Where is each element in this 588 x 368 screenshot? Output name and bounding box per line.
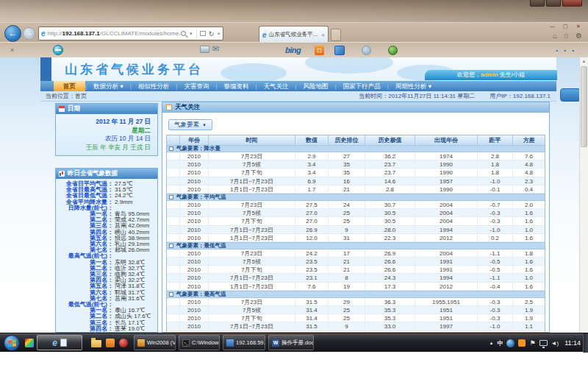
taskbar-button-4[interactable]: W操作手册.docx ... [268,335,314,350]
favorites-star-icon[interactable]: ☆ [563,32,570,40]
table-row[interactable]: 20101月1日~7月23日1.7212.81990-0.10.4 [167,185,545,194]
nav-item-7[interactable]: 风险地图 [297,81,335,91]
media-icon[interactable] [334,46,345,55]
table-row[interactable]: 20101月1日~7月23日7.61917.32012-0.41.6 [167,283,545,291]
back-button[interactable]: ← [4,25,21,42]
floating-widget[interactable] [560,88,581,102]
network-globe-icon[interactable] [506,339,514,347]
taskbar-button-label: Win2008 (VS2... [147,339,176,346]
table-row[interactable]: 20107月5候31.42535.31951-0.31.9 [167,306,545,314]
taskbar: e Win2008 (VS2...>_C:\Windows\sy...192.1… [0,333,588,352]
new-tab-button[interactable] [331,29,341,41]
browser-window-controls: — ▢ ✕ [545,23,585,31]
minimize-button[interactable] [530,0,545,7]
cell: 1月1日~7月23日 [209,283,295,290]
cell: 2010 [180,250,209,257]
nav-item-5[interactable]: 整编资料 [217,81,255,91]
search-icon[interactable] [181,31,186,36]
app-orange-icon[interactable] [106,339,115,347]
globe-icon[interactable] [388,46,398,55]
element-dropdown-button[interactable]: 气象要素▼ [168,119,212,130]
toolbar-overflow-dots[interactable]: • • • [556,47,576,54]
scrollbar-thumb[interactable] [581,66,587,147]
cell: 1.6 [513,209,545,216]
page-scrollbar[interactable]: ▲ [579,57,588,333]
nav-item-6[interactable]: 天气关注 [257,81,295,91]
table-row[interactable]: 20101月1日~7月23日12.03122.320120.21.6 [167,234,545,242]
browser-tab[interactable]: e 山东省气候业务平... × [259,26,329,43]
nav-item-2[interactable]: 数据分析 ▾ [87,81,130,91]
weekday-line: 星期二 [56,127,151,135]
taskbar-button-2[interactable]: >_C:\Windows\sy... [179,335,220,350]
ime-indicator[interactable]: 中 [497,339,503,347]
taskbar-active-browser[interactable]: e [37,335,82,350]
start-button[interactable] [4,335,20,351]
address-bar[interactable]: e http://192.168.137.1/GLCCLIMATE/module… [38,26,223,40]
cell: 1.6 [513,258,545,265]
explorer-folder-icon[interactable] [91,340,101,347]
table-row[interactable]: 20107月1日~7月23日26.9928.01994-1.01.0 [167,226,545,234]
close-button[interactable] [562,0,582,7]
show-desktop-button[interactable] [583,333,588,353]
taskbar-button-3[interactable]: 192.168.59.99... [223,335,265,350]
refresh-icon[interactable]: ↻ [209,30,215,38]
table-row[interactable]: 20107月1日~7月23日23.1824.31994-1.11.0 [167,274,545,282]
table-row[interactable]: 20107月1日~7月23日6.91614.61957-1.02.3 [167,177,545,185]
nav-item-4[interactable]: 灾害查询 [177,81,215,91]
dropdown-icon[interactable]: ▼ [189,32,193,36]
table-row[interactable]: 20107月23日24.21726.92004-1.11.8 [167,250,545,258]
cell: 17.3 [365,283,415,290]
tray-clock[interactable]: 11:14 [564,339,581,347]
browser-maximize-button[interactable]: ▢ [559,23,572,31]
display-icon[interactable] [539,340,548,346]
home-icon[interactable]: ⌂ [553,32,557,40]
maximize-button[interactable] [546,0,561,7]
bottom-whitespace [0,352,588,368]
table-row[interactable]: 20107月5候3.43523.719901.84.8 [167,160,545,169]
browser-minimize-button[interactable]: — [545,23,559,31]
divider [196,29,197,38]
table-row[interactable]: 20107月5候27.02530.52004-0.31.6 [167,209,545,217]
tab-close-icon[interactable]: × [321,32,325,38]
scrollbar-up-icon[interactable]: ▲ [580,57,588,65]
tray-expand-icon[interactable]: ▲ [490,341,494,345]
mail-icon[interactable]: ✉ [212,44,219,54]
cell: 1994 [415,274,478,281]
checkbox[interactable] [169,195,173,199]
table-row[interactable]: 20107月5候23.52126.61991-0.51.6 [167,258,545,266]
checkbox[interactable] [169,146,173,151]
action-center-flag-icon[interactable]: ⚑ [529,339,535,347]
tool-icon[interactable] [362,46,371,55]
quick-launch-icon[interactable] [25,339,34,347]
table-row[interactable]: 20107月1日~7月23日31.5933.01997-1.01.1 [167,322,545,330]
gear-icon[interactable]: ⚙ [576,32,582,40]
nav-item-1[interactable]: 首页 [54,81,85,91]
table-row[interactable]: 20107月下旬23.52126.61991-0.51.6 [167,266,545,274]
table-row[interactable]: 20107月下旬27.02530.52004-0.31.6 [167,217,545,225]
forward-button[interactable]: → [23,27,35,40]
checkbox[interactable] [169,292,173,297]
media-player-icon[interactable] [119,339,128,347]
cell: 23.5 [295,258,329,265]
tray-app-icon[interactable] [518,339,526,347]
nav-item-3[interactable]: 相似性分析 [132,81,176,91]
table-row[interactable]: 20107月23日2.92736.219742.87.6 [167,152,545,160]
table-row[interactable]: 20107月下旬31.42535.31951-0.31.9 [167,314,545,322]
table-row[interactable]: 20107月23日27.52430.72004-0.72.0 [167,201,545,209]
stop-icon[interactable]: × [217,30,220,37]
table-row[interactable]: 20107月下旬3.43523.719901.84.8 [167,169,545,177]
table-row[interactable]: 20107月23日31.52936.31955,1951-0.32.5 [167,298,545,306]
nav-item-9[interactable]: 周期性分析 ▾ [389,81,438,91]
date-panel-title: 日期 [68,105,80,113]
addon-logo-icon[interactable] [53,45,63,55]
taskbar-button-1[interactable]: Win2008 (VS2... [134,335,176,350]
compatibility-icon[interactable] [200,31,206,36]
browser-close-button[interactable]: ✕ [572,23,585,31]
speaker-icon[interactable]: ◄) [551,340,559,347]
bing-logo[interactable]: bing [285,46,301,54]
toolbar-close-icon[interactable]: × [10,46,14,54]
card-icon[interactable] [200,46,209,53]
bing-box-icon[interactable]: 口 [315,46,324,55]
checkbox[interactable] [169,244,173,248]
nav-item-8[interactable]: 国家下行产品 [337,81,387,91]
